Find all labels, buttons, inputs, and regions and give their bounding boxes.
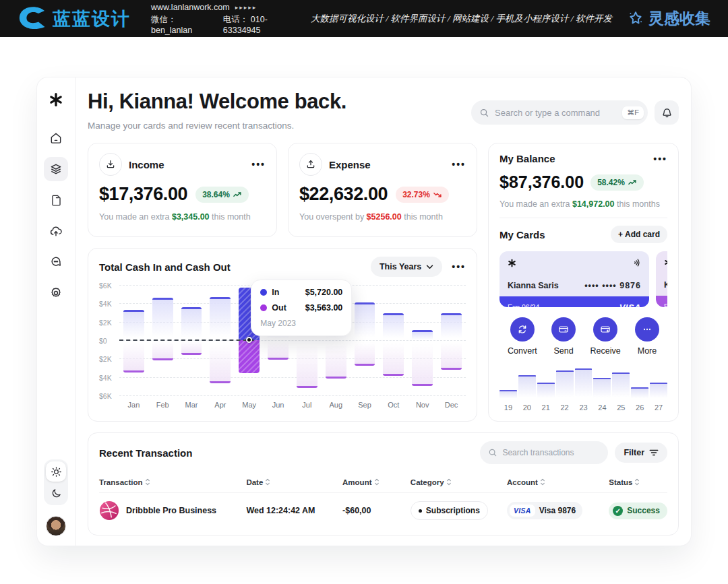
col-account[interactable]: Account (507, 472, 609, 493)
sidebar (37, 77, 75, 546)
global-search[interactable]: ⌘F (471, 100, 648, 125)
mini-bar (537, 383, 555, 399)
chart-column[interactable] (379, 285, 408, 395)
trend-down-icon (433, 191, 442, 198)
recent-transactions-card: Recent Transaction Filter (88, 432, 679, 536)
mini-bar (556, 370, 574, 399)
x-axis-tick: Jan (119, 401, 148, 409)
chart-column[interactable] (408, 285, 437, 395)
app-logo-icon (49, 92, 63, 107)
category-badge: Subscriptions (411, 501, 488, 520)
income-title: Income (129, 159, 164, 170)
search-input[interactable] (495, 108, 617, 118)
cards-carousel[interactable]: Kianna Saris •••• •••• 9876 Exp 06/24 VI… (499, 251, 667, 307)
cash-in-bar (412, 330, 433, 340)
income-amount: $17,376.00 (99, 184, 187, 205)
receive-button[interactable]: Receive (590, 317, 620, 356)
cash-in-bar (355, 302, 375, 340)
x-axis-tick: Oct (379, 401, 408, 409)
add-card-button[interactable]: + Add card (611, 226, 667, 243)
cash-out-bar (268, 340, 289, 360)
file-icon (50, 194, 63, 207)
col-amount[interactable]: Amount (342, 472, 411, 493)
cash-in-bar (210, 297, 231, 340)
col-category[interactable]: Category (411, 472, 507, 493)
transactions-search-input[interactable] (502, 448, 600, 457)
layers-icon (49, 162, 63, 176)
cash-out-bar (297, 340, 317, 388)
mini-bar-label: 24 (593, 403, 611, 412)
mini-activity-chart: 192021222324252627 (499, 366, 667, 412)
send-button[interactable]: Send (551, 317, 576, 356)
in-series-dot (260, 289, 267, 296)
chart-column[interactable] (437, 285, 466, 395)
transactions-title: Recent Transaction (99, 447, 192, 459)
income-menu-button[interactable]: ••• (251, 159, 266, 170)
credit-card[interactable]: Kianna Saris •••• •••• 9876 Exp 06/24 VI… (499, 251, 649, 307)
expense-title: Expense (329, 159, 371, 170)
tooltip-period: May 2023 (260, 319, 342, 328)
chevron-down-icon (426, 265, 433, 269)
star-icon (627, 10, 644, 28)
more-button[interactable]: More (635, 317, 659, 356)
sidebar-item-settings[interactable] (44, 281, 68, 305)
credit-card-secondary[interactable]: Kianna Exp 06/2 (656, 251, 667, 307)
card-holder-name: Kianna (664, 280, 667, 290)
filter-button[interactable]: Filter (615, 443, 667, 463)
card-logo-icon (508, 259, 516, 267)
transaction-date: Wed 12:24:42 AM (246, 493, 342, 530)
cash-out-bar (412, 340, 433, 386)
mini-bar-label: 20 (518, 403, 536, 412)
balance-amount: $87,376.00 (499, 172, 584, 192)
sidebar-item-cloud[interactable] (44, 219, 68, 243)
col-transaction[interactable]: Transaction (99, 472, 246, 493)
balance-menu-button[interactable]: ••• (653, 154, 667, 164)
sort-icon (446, 478, 452, 486)
y-axis-tick: $4K (99, 374, 112, 382)
status-badge: ✓Success (609, 502, 667, 519)
cash-out-bar (355, 340, 375, 366)
cash-in-bar (152, 298, 173, 340)
x-axis-tick: Mar (177, 401, 206, 409)
search-icon (479, 108, 489, 118)
y-axis-tick: $2K (99, 355, 112, 363)
notifications-button[interactable] (655, 100, 679, 125)
transactions-search[interactable] (480, 441, 608, 464)
sidebar-item-dashboard[interactable] (44, 157, 68, 181)
promo-banner: 蓝蓝设计 www.lanlanwork.com ▸▸▸▸▸ 微信： ben_la… (0, 0, 728, 37)
period-selector[interactable]: This Years (371, 257, 442, 277)
col-date[interactable]: Date (246, 472, 342, 493)
my-cards-title: My Cards (499, 229, 545, 240)
chart-column[interactable] (351, 285, 380, 395)
chart-menu-button[interactable]: ••• (452, 261, 466, 272)
y-axis-tick: $0 (99, 337, 107, 345)
banner-website: www.lanlanwork.com (151, 3, 230, 12)
mini-bar (575, 368, 593, 399)
sidebar-item-home[interactable] (44, 126, 68, 150)
convert-icon (517, 324, 528, 335)
light-mode-button[interactable] (46, 461, 66, 482)
cloud-upload-icon (49, 224, 63, 238)
sort-icon (145, 478, 150, 486)
mini-bar-label: 25 (612, 403, 630, 412)
cash-in-bar (383, 313, 404, 340)
sidebar-item-messages[interactable] (44, 250, 68, 274)
expense-menu-button[interactable]: ••• (452, 159, 466, 170)
expense-amount: $22,632.00 (299, 184, 388, 205)
user-avatar[interactable] (46, 516, 66, 536)
check-icon: ✓ (613, 506, 623, 516)
visa-logo: VISA (510, 505, 535, 517)
table-row[interactable]: Dribbble Pro Business Wed 12:24:42 AM -$… (99, 493, 667, 530)
banner-services: 大数据可视化设计 / 软件界面设计 / 网站建设 / 手机及小程序设计 / 软件… (311, 13, 612, 25)
out-series-dot (260, 304, 267, 311)
sidebar-item-documents[interactable] (44, 188, 68, 212)
balance-change-badge: 58.42% (590, 174, 644, 191)
income-icon (99, 153, 122, 176)
convert-button[interactable]: Convert (508, 317, 537, 356)
send-icon (558, 324, 569, 335)
expense-icon (299, 153, 322, 176)
chat-icon (49, 255, 63, 269)
shortcut-badge: ⌘F (622, 106, 644, 119)
dark-mode-button[interactable] (46, 483, 66, 503)
col-status[interactable]: Status (609, 472, 667, 493)
